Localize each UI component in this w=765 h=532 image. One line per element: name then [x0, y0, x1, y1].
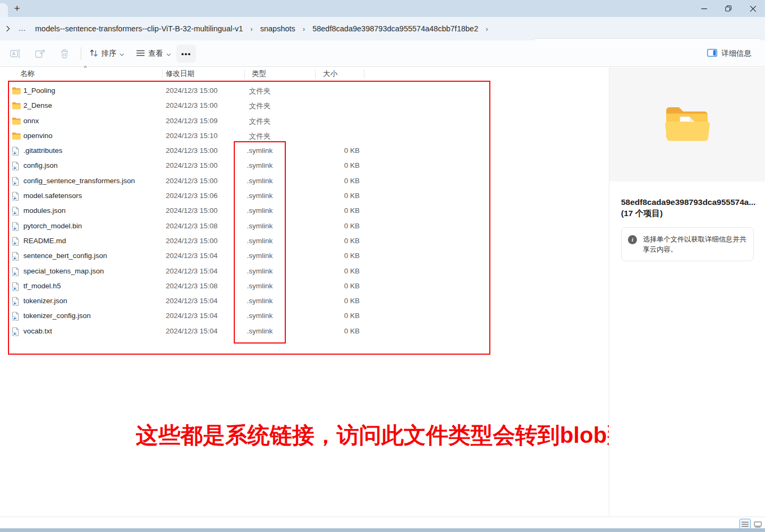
symlink-file-icon	[12, 327, 21, 336]
file-name: config_sentence_transformers.json	[23, 177, 135, 185]
file-type: 文件夹	[234, 101, 286, 111]
minimize-button[interactable]	[692, 0, 716, 17]
file-name: vocab.txt	[23, 327, 52, 335]
file-row[interactable]: .gitattributes2024/12/3 15:00.symlink0 K…	[0, 143, 601, 158]
breadcrumb-item[interactable]: snapshots	[257, 22, 299, 35]
column-header-row: ^ 名称 修改日期 类型 大小	[0, 67, 609, 81]
symlink-file-icon	[12, 312, 21, 320]
close-button[interactable]	[741, 0, 765, 17]
file-row[interactable]: openvino2024/12/3 15:10文件夹	[0, 128, 601, 143]
view-label: 查看	[148, 49, 163, 58]
file-row[interactable]: config.json2024/12/3 15:00.symlink0 KB	[0, 158, 601, 173]
file-name: model.safetensors	[23, 192, 82, 200]
details-panel: 58edf8cada9e398793dca955574a... (17 个项目)…	[609, 67, 765, 516]
file-date: 2024/12/3 15:00	[166, 237, 218, 245]
file-name: pytorch_model.bin	[23, 222, 82, 230]
details-title: 58edf8cada9e398793dca955574a... (17 个项目)	[621, 196, 759, 219]
share-button[interactable]	[32, 46, 48, 62]
large-folder-icon	[664, 105, 711, 144]
symlink-file-icon	[12, 177, 21, 185]
delete-button[interactable]	[56, 46, 72, 62]
new-tab-button[interactable]: +	[10, 1, 24, 16]
more-options-button[interactable]: •••	[176, 45, 196, 63]
toolbar-separator	[81, 47, 81, 60]
column-divider[interactable]	[244, 69, 245, 79]
info-text: 选择单个文件以获取详细信息并共享云内容。	[643, 235, 746, 253]
breadcrumb-item[interactable]: 58edf8cada9e398793dca955574a48cbb7f18be2	[309, 22, 481, 35]
file-size: 0 KB	[307, 282, 360, 290]
breadcrumb-item[interactable]: models--sentence-transformers--clip-ViT-…	[32, 22, 246, 35]
file-date: 2024/12/3 15:04	[166, 327, 218, 335]
column-size[interactable]: 大小	[323, 69, 337, 79]
breadcrumb: models--sentence-transformers--clip-ViT-…	[32, 17, 492, 40]
restore-button[interactable]	[716, 0, 741, 17]
file-size: 0 KB	[307, 252, 360, 260]
file-row[interactable]: tokenizer.json2024/12/3 15:04.symlink0 K…	[0, 294, 601, 308]
file-size: 0 KB	[307, 207, 360, 214]
column-divider[interactable]	[364, 69, 364, 79]
file-row[interactable]: tf_model.h52024/12/3 15:08.symlink0 KB	[0, 279, 601, 294]
symlink-file-icon	[12, 282, 21, 290]
file-type: .symlink	[234, 147, 286, 155]
column-type[interactable]: 类型	[252, 69, 266, 79]
breadcrumb-chevron-icon[interactable]: ›	[246, 25, 257, 33]
folder-preview-area	[609, 67, 765, 182]
file-name: modules.json	[23, 207, 66, 214]
window-bottom-edge	[0, 528, 765, 532]
file-date: 2024/12/3 15:09	[166, 117, 218, 125]
file-row[interactable]: config_sentence_transformers.json2024/12…	[0, 174, 601, 188]
symlink-file-icon	[12, 147, 21, 155]
chevron-down-icon	[120, 52, 124, 57]
file-row[interactable]: vocab.txt2024/12/3 15:04.symlink0 KB	[0, 324, 601, 339]
folder-icon	[12, 87, 21, 95]
view-button[interactable]: 查看	[132, 45, 175, 63]
command-toolbar: 排序 查看 ••• 详细信息	[0, 40, 765, 67]
rename-button[interactable]	[7, 46, 23, 62]
column-date[interactable]: 修改日期	[166, 69, 194, 79]
chevron-down-icon	[166, 52, 171, 57]
breadcrumb-overflow-button[interactable]: …	[17, 22, 28, 34]
file-row[interactable]: special_tokens_map.json2024/12/3 15:04.s…	[0, 264, 601, 279]
file-row[interactable]: modules.json2024/12/3 15:00.symlink0 KB	[0, 203, 601, 218]
file-type: .symlink	[234, 252, 286, 260]
chevron-right-icon[interactable]	[3, 23, 13, 34]
details-pane-toggle[interactable]: 详细信息	[704, 45, 754, 63]
file-row[interactable]: onnx2024/12/3 15:09文件夹	[0, 114, 601, 128]
symlink-file-icon	[12, 297, 21, 305]
file-row[interactable]: sentence_bert_config.json2024/12/3 15:04…	[0, 248, 601, 263]
file-date: 2024/12/3 15:00	[166, 207, 218, 214]
file-row[interactable]: README.md2024/12/3 15:00.symlink0 KB	[0, 234, 601, 248]
file-row[interactable]: 1_Pooling2024/12/3 15:00文件夹	[0, 83, 601, 98]
browser-tab[interactable]	[0, 3, 8, 17]
view-lines-icon	[136, 49, 145, 58]
file-type: .symlink	[234, 207, 286, 214]
symlink-file-icon	[12, 207, 21, 215]
details-title-line2: (17 个项目)	[621, 208, 759, 219]
file-row[interactable]: tokenizer_config.json2024/12/3 15:04.sym…	[0, 308, 601, 323]
breadcrumb-chevron-icon: ›	[481, 25, 492, 33]
file-name: README.md	[23, 237, 66, 245]
symlink-file-icon	[12, 252, 21, 260]
window-controls	[692, 0, 765, 17]
file-size: 0 KB	[307, 147, 360, 155]
file-type: .symlink	[234, 312, 286, 320]
file-size: 0 KB	[307, 192, 360, 200]
column-divider[interactable]	[315, 69, 316, 79]
file-name: onnx	[23, 117, 39, 125]
symlink-file-icon	[12, 192, 21, 200]
file-list: 1_Pooling2024/12/3 15:00文件夹2_Dense2024/1…	[0, 83, 601, 339]
title-bar: +	[0, 0, 765, 17]
file-row[interactable]: pytorch_model.bin2024/12/3 15:08.symlink…	[0, 219, 601, 234]
file-date: 2024/12/3 15:08	[166, 282, 218, 290]
file-row[interactable]: 2_Dense2024/12/3 15:00文件夹	[0, 98, 601, 113]
file-type: 文件夹	[234, 87, 286, 96]
sort-button[interactable]: 排序	[85, 45, 129, 63]
column-divider[interactable]	[162, 69, 163, 79]
file-row[interactable]: model.safetensors2024/12/3 15:06.symlink…	[0, 188, 601, 203]
breadcrumb-chevron-icon[interactable]: ›	[299, 25, 309, 33]
column-name[interactable]: 名称	[20, 69, 35, 79]
file-type: .symlink	[234, 282, 286, 290]
folder-icon	[12, 132, 21, 140]
file-size: 0 KB	[307, 327, 360, 335]
sort-arrows-icon	[89, 49, 98, 59]
